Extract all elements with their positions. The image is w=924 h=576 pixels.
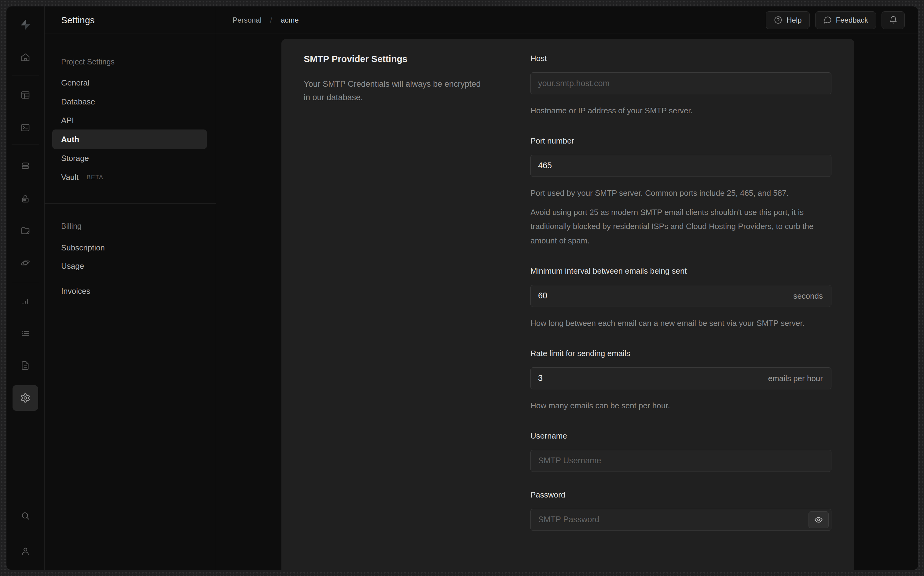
sql-editor-icon[interactable]	[13, 115, 38, 141]
rate-limit-label: Rate limit for sending emails	[530, 349, 831, 358]
speech-bubble-icon	[823, 16, 832, 24]
beta-badge: BETA	[86, 174, 103, 181]
logs-icon[interactable]	[13, 320, 38, 346]
main-area: Personal / acme Help Feedback	[216, 6, 918, 570]
sidebar-item-general[interactable]: General	[61, 74, 207, 91]
reports-icon[interactable]	[13, 288, 38, 314]
username-field: Username	[530, 431, 831, 472]
breadcrumb: Personal / acme	[232, 15, 299, 25]
supabase-logo[interactable]	[13, 12, 38, 38]
app-window: Settings Project Settings General Databa…	[6, 6, 919, 570]
feedback-button[interactable]: Feedback	[815, 11, 876, 29]
smtp-card-description: Your SMTP Credentials will always be enc…	[304, 78, 487, 104]
settings-sidebar: Settings Project Settings General Databa…	[45, 6, 216, 570]
sidebar-item-vault[interactable]: Vault BETA	[61, 169, 207, 186]
project-settings-icon[interactable]	[13, 385, 38, 411]
rail-divider	[11, 282, 39, 282]
help-button[interactable]: Help	[766, 11, 809, 29]
nav-section-header-billing: Billing	[61, 218, 207, 235]
username-label: Username	[530, 431, 831, 441]
port-warning: Avoid using port 25 as modern SMTP email…	[530, 205, 824, 248]
notifications-button[interactable]	[882, 11, 905, 29]
storage-icon[interactable]	[13, 218, 38, 243]
rail-divider	[11, 144, 39, 144]
api-docs-icon[interactable]	[13, 353, 38, 378]
bell-icon	[889, 16, 898, 24]
page-title: Settings	[61, 15, 95, 26]
host-input[interactable]	[530, 72, 831, 94]
authentication-icon[interactable]	[13, 186, 38, 212]
sidebar-item-auth[interactable]: Auth	[52, 130, 207, 149]
port-field: Port number Port used by your SMTP serve…	[530, 136, 831, 248]
rate-limit-field: Rate limit for sending emails emails per…	[530, 349, 831, 413]
host-helper: Hostname or IP address of your SMTP serv…	[530, 104, 824, 118]
sidebar-item-storage[interactable]: Storage	[61, 150, 207, 167]
home-icon[interactable]	[13, 45, 38, 70]
sidebar-item-invoices[interactable]: Invoices	[61, 283, 207, 299]
rate-limit-helper: How many emails can be sent per hour.	[530, 398, 824, 413]
sidebar-header: Settings	[45, 6, 216, 34]
desktop-background: Settings Project Settings General Databa…	[0, 0, 924, 576]
supabase-bolt-icon	[18, 18, 32, 32]
smtp-form: Host Hostname or IP address of your SMTP…	[530, 54, 831, 570]
smtp-card-title: SMTP Provider Settings	[304, 54, 530, 64]
interval-field: Minimum interval between emails being se…	[530, 266, 831, 330]
breadcrumb-separator: /	[270, 15, 272, 25]
port-helper: Port used by your SMTP server. Common po…	[530, 186, 824, 200]
reveal-password-button[interactable]	[809, 511, 829, 528]
table-editor-icon[interactable]	[13, 82, 38, 108]
sidebar-item-subscription[interactable]: Subscription	[61, 239, 207, 256]
port-input[interactable]	[530, 155, 831, 177]
interval-label: Minimum interval between emails being se…	[530, 266, 831, 276]
port-label: Port number	[530, 136, 831, 146]
sidebar-divider	[45, 203, 216, 204]
sidebar-item-usage[interactable]: Usage	[61, 258, 207, 275]
sidebar-item-api[interactable]: API	[61, 112, 207, 129]
settings-content: SMTP Provider Settings Your SMTP Credent…	[216, 34, 918, 570]
sidebar-item-vault-label: Vault	[61, 173, 78, 182]
host-label: Host	[530, 54, 831, 63]
sidebar-item-auth-label: Auth	[61, 135, 79, 144]
search-icon[interactable]	[13, 503, 38, 529]
smtp-card-intro: SMTP Provider Settings Your SMTP Credent…	[304, 54, 530, 570]
database-icon[interactable]	[13, 153, 38, 179]
edge-functions-icon[interactable]	[13, 250, 38, 276]
eye-icon	[814, 515, 823, 525]
topbar-actions: Help Feedback	[766, 11, 905, 29]
interval-input[interactable]	[530, 285, 831, 307]
rail-divider	[11, 75, 39, 75]
help-button-label: Help	[786, 16, 801, 24]
username-input[interactable]	[530, 450, 831, 472]
password-input[interactable]	[530, 509, 831, 531]
nav-section-header-project-settings: Project Settings	[61, 53, 207, 70]
profile-icon[interactable]	[13, 538, 38, 564]
breadcrumb-org[interactable]: Personal	[232, 16, 261, 24]
interval-helper: How long between each email can a new em…	[530, 316, 824, 330]
circle-question-icon	[773, 16, 783, 24]
breadcrumb-project[interactable]: acme	[281, 16, 299, 24]
password-label: Password	[530, 490, 831, 500]
topbar: Personal / acme Help Feedback	[216, 6, 918, 34]
smtp-settings-card: SMTP Provider Settings Your SMTP Credent…	[282, 39, 854, 570]
password-field: Password	[530, 490, 831, 531]
icon-rail	[6, 6, 45, 570]
sidebar-item-database[interactable]: Database	[61, 93, 207, 110]
rate-limit-input[interactable]	[530, 367, 831, 389]
feedback-button-label: Feedback	[836, 16, 868, 24]
host-field: Host Hostname or IP address of your SMTP…	[530, 54, 831, 118]
